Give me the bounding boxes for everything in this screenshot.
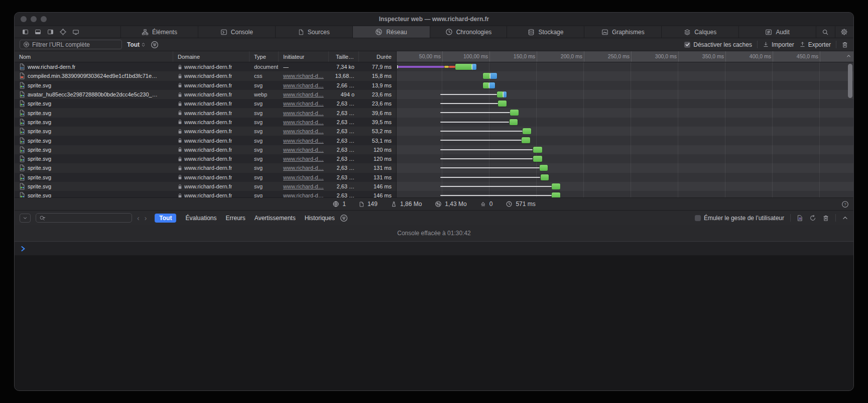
- console-scope-historiques[interactable]: Historiques: [305, 215, 335, 222]
- network-request-row[interactable]: sprite.svgwww.richard-dern.frsvgwww.rich…: [15, 136, 853, 145]
- console-scope-erreurs[interactable]: Erreurs: [226, 215, 245, 222]
- tab-reseau[interactable]: Réseau: [353, 26, 430, 38]
- console-search-input[interactable]: [47, 215, 129, 222]
- clear-console-button[interactable]: [822, 215, 829, 222]
- resource-size: 7,34 ko: [336, 64, 354, 70]
- vertical-scrollbar[interactable]: [848, 64, 852, 98]
- tab-elements[interactable]: Éléments: [121, 26, 198, 38]
- initiator-link[interactable]: www.richard-d…: [283, 119, 324, 125]
- lock-icon: [178, 147, 182, 152]
- previous-result-button[interactable]: ‹: [137, 214, 140, 222]
- initiator-link[interactable]: www.richard-d…: [283, 192, 324, 197]
- tab-sources[interactable]: Sources: [276, 26, 353, 38]
- dock-bottom-icon[interactable]: [34, 29, 42, 35]
- tab-calques[interactable]: Calques: [662, 26, 739, 38]
- clear-network-items-button[interactable]: [841, 41, 848, 48]
- initiator-link[interactable]: www.richard-d…: [283, 91, 324, 97]
- inspect-element-icon[interactable]: [59, 28, 67, 36]
- column-header-size[interactable]: Taille…: [329, 51, 359, 62]
- network-request-row[interactable]: sprite.svgwww.richard-dern.frsvgwww.rich…: [15, 108, 853, 117]
- tab-label: Chronologies: [456, 29, 492, 36]
- console-tab-picker-button[interactable]: [20, 214, 31, 223]
- initiator-link[interactable]: www.richard-d…: [283, 165, 324, 171]
- filter-icon: [23, 41, 30, 48]
- search-button[interactable]: [816, 26, 835, 38]
- dock-right-icon[interactable]: [47, 29, 54, 35]
- waiting-line: [440, 149, 533, 150]
- emulate-user-gesture-checkbox[interactable]: Émuler le geste de l’utilisateur: [695, 215, 784, 222]
- network-request-row[interactable]: sprite.svgwww.richard-dern.frsvgwww.rich…: [15, 182, 853, 191]
- filter-options-button[interactable]: [151, 41, 159, 49]
- next-result-button[interactable]: ›: [145, 214, 147, 222]
- export-button[interactable]: Exporter: [799, 41, 831, 48]
- ruler-tick-mark: [678, 51, 679, 62]
- size-cell: 2,63 …: [329, 108, 359, 117]
- expand-console-icon[interactable]: [842, 215, 848, 221]
- resource-name: avatar_hu85ecc3e298728880b0bde2dcc4e5c23…: [28, 91, 158, 97]
- initiator-link[interactable]: www.richard-d…: [283, 73, 324, 79]
- resource-type-select[interactable]: Tout: [127, 41, 146, 48]
- tab-audit[interactable]: Audit: [739, 26, 816, 38]
- console-scope-evaluations[interactable]: Évaluations: [185, 215, 216, 222]
- column-header-domain[interactable]: Domaine: [173, 51, 250, 62]
- layers-icon: [684, 29, 691, 36]
- domain-cell: www.richard-dern.fr: [173, 182, 250, 191]
- scroll-up-icon[interactable]: [846, 53, 851, 59]
- console-scope-avertissements[interactable]: Avertissements: [255, 215, 296, 222]
- reload-icon[interactable]: [809, 215, 816, 222]
- initiator-link[interactable]: www.richard-d…: [283, 82, 324, 88]
- console-prompt[interactable]: [15, 242, 853, 255]
- initiator-link[interactable]: www.richard-d…: [283, 156, 324, 162]
- run-javascript-icon[interactable]: JS: [797, 215, 803, 222]
- url-filter-input[interactable]: Filtrer l’URL complète: [20, 40, 122, 49]
- ruler-tick-mark: [442, 51, 443, 62]
- console-search-field[interactable]: [36, 213, 132, 223]
- settings-button[interactable]: [835, 26, 854, 38]
- resource-duration: 39,5 ms: [372, 119, 392, 125]
- resource-domain: www.richard-dern.fr: [184, 147, 232, 153]
- tab-chronologies[interactable]: Chronologies: [430, 26, 508, 38]
- network-request-row[interactable]: sprite.svgwww.richard-dern.frsvgwww.rich…: [15, 81, 853, 90]
- column-header-name[interactable]: Nom: [15, 51, 173, 62]
- waiting-line: [440, 167, 539, 168]
- initiator-link[interactable]: www.richard-d…: [283, 147, 324, 153]
- column-header-duration[interactable]: Durée: [359, 51, 396, 62]
- network-request-row[interactable]: sprite.svgwww.richard-dern.frsvgwww.rich…: [15, 118, 853, 127]
- network-request-row[interactable]: sprite.svgwww.richard-dern.frsvgwww.rich…: [15, 145, 853, 154]
- network-request-row[interactable]: sprite.svgwww.richard-dern.frsvgwww.rich…: [15, 191, 853, 197]
- disable-caches-checkbox[interactable]: Désactiver les caches: [684, 41, 752, 48]
- graphics-icon: [601, 29, 608, 36]
- help-icon[interactable]: ?: [841, 200, 849, 208]
- network-request-row[interactable]: sprite.svgwww.richard-dern.frsvgwww.rich…: [15, 163, 853, 172]
- column-header-initiator[interactable]: Initiateur: [279, 51, 329, 62]
- resource-name: www.richard-dern.fr: [28, 64, 75, 70]
- import-button[interactable]: Importer: [763, 41, 794, 48]
- network-request-row[interactable]: compiled.min.38390909f303624ed9e1cf1bd3f…: [15, 71, 853, 80]
- initiator-link[interactable]: www.richard-d…: [283, 100, 324, 107]
- network-request-row[interactable]: avatar_hu85ecc3e298728880b0bde2dcc4e5c23…: [15, 90, 853, 99]
- network-request-row[interactable]: sprite.svgwww.richard-dern.frsvgwww.rich…: [15, 127, 853, 136]
- dock-left-icon[interactable]: [22, 29, 29, 35]
- column-header-type[interactable]: Type: [250, 51, 279, 62]
- initiator-link[interactable]: www.richard-d…: [283, 128, 324, 134]
- network-request-row[interactable]: sprite.svgwww.richard-dern.frsvgwww.rich…: [15, 173, 853, 182]
- import-label: Importer: [772, 41, 794, 48]
- console-filter-button[interactable]: [340, 214, 348, 222]
- initiator-cell: www.richard-d…: [279, 163, 329, 172]
- resource-domain: www.richard-dern.fr: [184, 128, 232, 134]
- initiator-link[interactable]: www.richard-d…: [283, 110, 324, 116]
- initiator-link[interactable]: www.richard-d…: [283, 174, 324, 180]
- network-request-row[interactable]: sprite.svgwww.richard-dern.frsvgwww.rich…: [15, 154, 853, 163]
- device-icon[interactable]: [72, 29, 80, 36]
- initiator-link[interactable]: www.richard-d…: [283, 138, 324, 144]
- tab-stockage[interactable]: Stockage: [507, 26, 584, 38]
- network-request-row[interactable]: sprite.svgwww.richard-dern.frsvgwww.rich…: [15, 99, 853, 108]
- tab-graphismes[interactable]: Graphismes: [584, 26, 662, 38]
- network-request-row[interactable]: www.richard-dern.frwww.richard-dern.frdo…: [15, 62, 853, 71]
- console-scope-tout[interactable]: Tout: [155, 214, 176, 223]
- initiator-cell: www.richard-d…: [279, 182, 329, 191]
- image-file-icon: [19, 155, 25, 162]
- tab-console[interactable]: Console: [198, 26, 276, 38]
- lock-icon: [178, 110, 182, 116]
- initiator-link[interactable]: www.richard-d…: [283, 183, 324, 189]
